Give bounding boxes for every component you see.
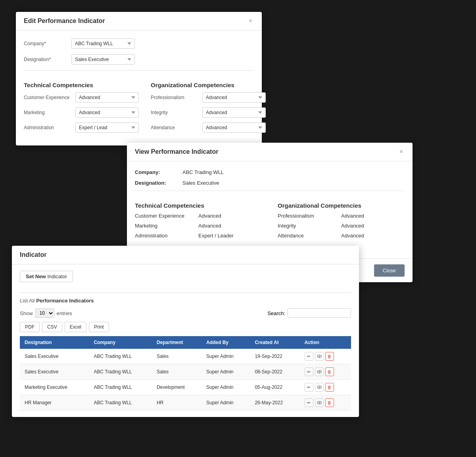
pdf-button[interactable]: PDF [20,322,40,332]
view-technical-title: Technical Competencies [135,202,262,209]
data-table: Designation Company Department Added By … [20,336,351,411]
edit-modal-body: Company* ABC Trading WLL Designation* Sa… [16,31,262,145]
edit-icon[interactable]: ✏ [305,352,313,361]
cell-created-at: 05-Aug-2022 [250,380,299,395]
designation-select[interactable]: Sales Executive [71,54,135,65]
company-field: Company* ABC Trading WLL [24,38,254,49]
list-all-label: List All Performance Indicators [20,298,351,304]
designation-label: Designation* [24,57,71,62]
list-panel: Indicator Set New Indicator List All Per… [12,246,359,417]
view-company-field: Company: ABC Trading WLL [135,169,405,175]
view-modal-title: View Performance Indicator [135,148,218,155]
view-org-label-0: Professionalism [278,213,341,219]
org-label-0: Professionalism [151,95,202,100]
th-designation: Designation [20,336,89,349]
tech-row-0: Customer Experience Advanced [24,92,139,103]
view-icon[interactable] [315,383,324,392]
table-row: HR Manager ABC Trading WLL HR Super Admi… [20,395,351,411]
org-select-1[interactable]: Advanced [202,107,266,118]
view-tech-row-0: Customer Experience Advanced [135,213,262,219]
tech-row-2: Administration Expert / Lead [24,122,139,133]
delete-icon[interactable]: 🗑 [325,352,334,361]
tech-row-1: Marketing Advanced [24,107,139,118]
view-org-value-0: Advanced [341,213,364,219]
show-entries: Show 10 25 50 entries [20,308,72,318]
th-department: Department [152,336,202,349]
view-tech-value-2: Expert / Leader [198,233,234,239]
edit-icon[interactable]: ✏ [305,383,313,392]
delete-icon[interactable]: 🗑 [325,367,334,376]
edit-modal-header: Edit Performance Indicator × [16,12,262,31]
view-modal-header: View Performance Indicator × [127,143,413,161]
delete-icon[interactable]: 🗑 [325,383,334,392]
view-company-value: ABC Trading WLL [182,169,224,175]
th-created-at: Created At [250,336,299,349]
tech-select-0[interactable]: Advanced [75,92,139,103]
entries-label: entries [57,310,72,316]
view-org-value-1: Advanced [341,223,364,229]
view-tech-label-0: Customer Experience [135,213,198,219]
view-modal-body: Company: ABC Trading WLL Designation: Sa… [127,161,413,250]
close-button[interactable]: Close [374,264,405,277]
cell-designation: Sales Executive [20,349,89,364]
edit-icon[interactable]: ✏ [305,367,313,376]
table-row: Marketing Executive ABC Trading WLL Deve… [20,380,351,395]
view-technical-section: Technical Competencies Customer Experien… [135,196,262,243]
action-icons: ✏ 🗑 [305,352,346,361]
cell-added-by: Super Admin [202,395,250,411]
view-modal-close[interactable]: × [398,148,405,155]
edit-modal: Edit Performance Indicator × Company* AB… [16,12,262,145]
list-divider [20,293,351,293]
org-row-1: Integrity Advanced [151,107,266,118]
svg-point-5 [319,387,320,388]
technical-section: Technical Competencies Customer Experien… [24,75,139,138]
set-new-button[interactable]: Set New Indicator [20,271,73,282]
organizational-section: Organizational Competencies Professional… [151,75,266,138]
view-organizational-title: Organizational Competencies [278,202,405,209]
search-input[interactable] [288,308,351,318]
cell-action: ✏ 🗑 [300,380,351,395]
competencies-grid: Technical Competencies Customer Experien… [24,75,254,138]
action-icons: ✏ 🗑 [305,367,346,376]
entries-select[interactable]: 10 25 50 [35,308,54,318]
edit-icon[interactable]: ✏ [305,398,313,407]
org-label-2: Attendance [151,125,202,130]
org-row-2: Attendance Advanced [151,122,266,133]
delete-icon[interactable]: 🗑 [325,398,334,407]
view-org-row-1: Integrity Advanced [278,223,405,229]
tech-select-2[interactable]: Expert / Lead [75,122,139,133]
excel-button[interactable]: Excel [65,322,86,332]
cell-department: Sales [152,364,202,380]
view-icon[interactable] [315,367,324,376]
show-label: Show [20,310,33,316]
technical-title: Technical Competencies [24,82,139,88]
org-row-0: Professionalism Advanced [151,92,266,103]
view-tech-row-2: Administration Expert / Leader [135,233,262,239]
print-button[interactable]: Print [89,322,109,332]
cell-department: HR [152,395,202,411]
view-org-label-1: Integrity [278,223,341,229]
divider-1 [24,70,254,71]
org-select-2[interactable]: Advanced [202,122,266,133]
edit-modal-close[interactable]: × [247,17,254,25]
tech-label-0: Customer Experience [24,95,75,100]
company-select[interactable]: ABC Trading WLL [71,38,135,49]
cell-created-at: 08-Sep-2022 [250,364,299,380]
cell-designation: Sales Executive [20,364,89,380]
cell-created-at: 19-Sep-2022 [250,349,299,364]
tech-select-1[interactable]: Advanced [75,107,139,118]
cell-added-by: Super Admin [202,349,250,364]
csv-button[interactable]: CSV [42,322,62,332]
cell-added-by: Super Admin [202,364,250,380]
set-new-suffix: Indicator [46,273,67,279]
designation-field: Designation* Sales Executive [24,54,254,65]
cell-designation: Marketing Executive [20,380,89,395]
org-select-0[interactable]: Advanced [202,92,266,103]
th-added-by: Added By [202,336,250,349]
eye-icon [317,400,322,405]
eye-icon [317,385,322,390]
view-org-label-2: Attendance [278,233,341,239]
view-icon[interactable] [315,352,324,361]
action-icons: ✏ 🗑 [305,398,346,407]
view-icon[interactable] [315,398,324,407]
